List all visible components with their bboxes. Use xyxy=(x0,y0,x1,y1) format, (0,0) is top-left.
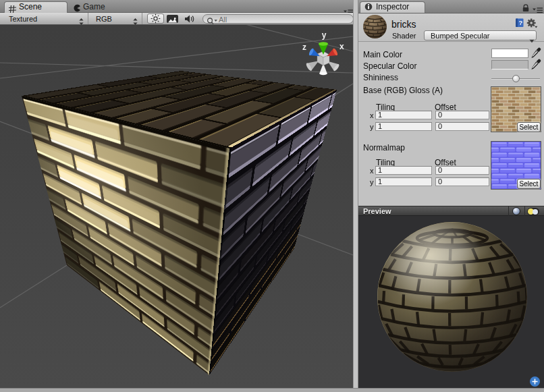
svg-text:x: x xyxy=(339,42,344,51)
svg-text:z: z xyxy=(302,43,306,52)
svg-text:?: ? xyxy=(518,19,522,26)
svg-text:y: y xyxy=(322,30,327,40)
